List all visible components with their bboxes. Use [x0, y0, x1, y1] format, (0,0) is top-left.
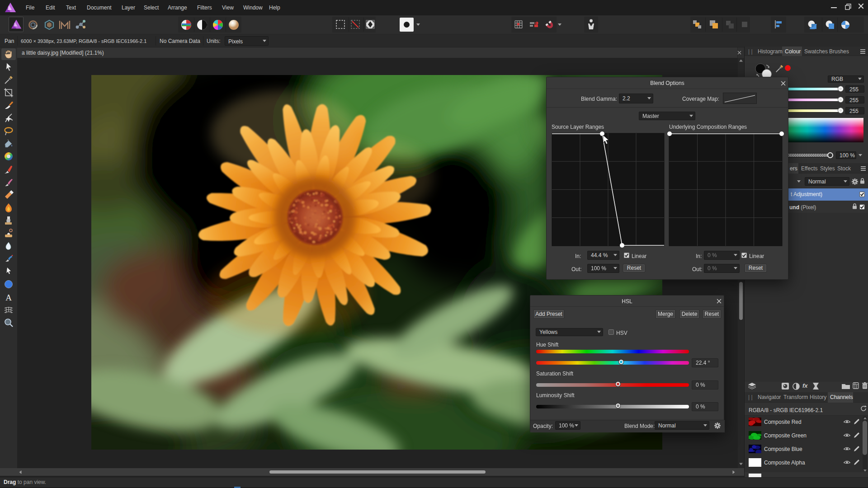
svg-text:A: A — [5, 293, 12, 302]
